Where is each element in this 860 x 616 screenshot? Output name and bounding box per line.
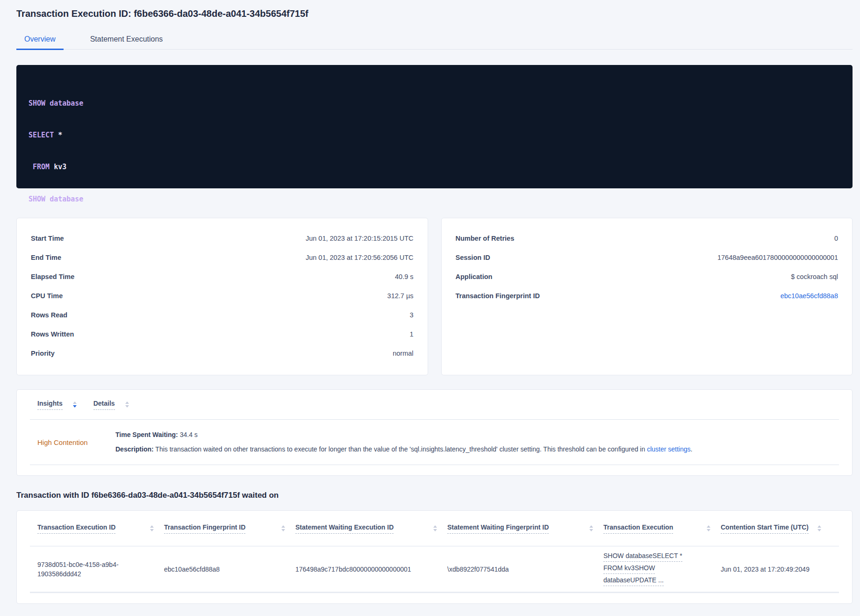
cell-stmt-waiting-fingerprint-id: \xdb8922f077541dda xyxy=(447,565,603,574)
details-column-header[interactable]: Details xyxy=(93,400,115,410)
statement-preview-link[interactable]: SHOW databaseSELECT * xyxy=(603,551,682,562)
column-header-cell: Transaction Fingerprint ID xyxy=(164,523,295,534)
transaction-fingerprint-link[interactable]: ebc10ae56cfd88a8 xyxy=(781,292,838,300)
sort-up-icon xyxy=(125,401,129,404)
sort-icon[interactable] xyxy=(150,525,154,531)
column-header-cell: Transaction Execution ID xyxy=(37,523,164,534)
detail-label: End Time xyxy=(31,254,61,261)
detail-label: CPU Time xyxy=(31,292,63,300)
detail-label: Number of Retries xyxy=(456,235,515,242)
waited-on-heading: Transaction with ID f6be6366-da03-48de-a… xyxy=(16,491,853,500)
timing-panel: Start TimeJun 01, 2023 at 17:20:15:2015 … xyxy=(16,218,428,375)
detail-label: Elapsed Time xyxy=(31,273,74,280)
detail-value: Jun 01, 2023 at 17:20:15:2015 UTC xyxy=(306,235,414,242)
sql-line: FROM kv3 xyxy=(29,162,840,172)
detail-value: $ cockroach sql xyxy=(791,273,838,280)
cell-contention-start-time: Jun 01, 2023 at 17:20:49:2049 xyxy=(721,565,831,574)
column-header-txn-execution[interactable]: Transaction Execution xyxy=(603,523,673,534)
detail-row: Rows Read3 xyxy=(31,305,414,324)
insights-table-header: Insights Details xyxy=(30,390,839,420)
statement-preview-link[interactable]: databaseUPDATE ... xyxy=(603,575,664,586)
sort-down-icon xyxy=(73,405,77,408)
insight-row: High Contention Time Spent Waiting: 34.4… xyxy=(30,420,839,465)
insights-column-header[interactable]: Insights xyxy=(37,400,63,410)
tab-overview[interactable]: Overview xyxy=(16,30,64,50)
page-title: Transaction Execution ID: f6be6366-da03-… xyxy=(16,0,853,19)
detail-row: Number of Retries0 xyxy=(456,229,838,248)
cell-txn-execution-id: 9738d051-bc0e-4158-a9b4-1903586ddd42 xyxy=(37,560,164,579)
insight-description: Description: This transaction waited on … xyxy=(115,442,692,457)
summary-panels: Start TimeJun 01, 2023 at 17:20:15:2015 … xyxy=(16,218,853,375)
detail-value: Jun 01, 2023 at 17:20:56:2056 UTC xyxy=(306,254,414,261)
session-panel: Number of Retries0 Session ID17648a9eea6… xyxy=(441,218,853,375)
detail-row: CPU Time312.7 µs xyxy=(31,286,414,305)
detail-value: 17648a9eea6017800000000000000001 xyxy=(717,254,838,261)
column-header-stmt-waiting-execution-id[interactable]: Statement Waiting Execution ID xyxy=(295,523,394,534)
insight-type-badge: High Contention xyxy=(37,438,115,446)
detail-row: Start TimeJun 01, 2023 at 17:20:15:2015 … xyxy=(31,229,414,248)
sort-up-icon xyxy=(150,525,154,528)
detail-label: Rows Written xyxy=(31,330,74,338)
column-header-cell: Transaction Execution xyxy=(603,523,721,534)
transaction-details-page: Transaction Execution ID: f6be6366-da03-… xyxy=(0,0,860,604)
table-row: 9738d051-bc0e-4158-a9b4-1903586ddd42 ebc… xyxy=(30,546,839,593)
sql-line: SHOW database xyxy=(29,98,840,109)
column-header-stmt-waiting-fingerprint-id[interactable]: Statement Waiting Fingerprint ID xyxy=(447,523,549,534)
sort-down-icon xyxy=(707,529,710,531)
detail-label: Session ID xyxy=(456,254,490,261)
statement-preview-link[interactable]: FROM kv3SHOW xyxy=(603,563,655,574)
time-spent-waiting: Time Spent Waiting: 34.4 s xyxy=(115,428,692,442)
sort-icon[interactable] xyxy=(281,525,285,531)
sort-down-icon xyxy=(589,529,593,531)
sql-line: SHOW database xyxy=(29,194,840,205)
detail-value: 0 xyxy=(834,235,838,242)
sort-up-icon xyxy=(433,525,437,528)
sort-up-icon xyxy=(73,401,77,404)
tab-bar: Overview Statement Executions xyxy=(16,30,853,50)
detail-label: Transaction Fingerprint ID xyxy=(456,292,540,300)
column-header-txn-fingerprint-id[interactable]: Transaction Fingerprint ID xyxy=(164,523,245,534)
column-header-cell: Statement Waiting Execution ID xyxy=(295,523,447,534)
detail-value: normal xyxy=(393,350,413,357)
detail-row: End TimeJun 01, 2023 at 17:20:56:2056 UT… xyxy=(31,248,414,267)
detail-label: Application xyxy=(456,273,493,280)
detail-row: Transaction Fingerprint IDebc10ae56cfd88… xyxy=(456,286,838,305)
cell-stmt-waiting-execution-id: 176498a9c717bdc80000000000000001 xyxy=(295,565,447,574)
column-header-contention-start-time[interactable]: Contention Start Time (UTC) xyxy=(721,523,809,534)
sort-icon[interactable] xyxy=(125,401,129,408)
sort-down-icon xyxy=(150,529,154,531)
sort-down-icon xyxy=(817,529,821,531)
sort-up-icon xyxy=(281,525,285,528)
detail-value: 3 xyxy=(409,311,413,319)
insight-details: Time Spent Waiting: 34.4 s Description: … xyxy=(115,428,692,457)
detail-value: 40.9 s xyxy=(395,273,414,280)
sort-icon[interactable] xyxy=(817,525,821,531)
cluster-settings-link[interactable]: cluster settings xyxy=(647,445,690,453)
sort-up-icon xyxy=(707,525,710,528)
sort-down-icon xyxy=(281,529,285,531)
waited-on-table: Transaction Execution ID Transaction Fin… xyxy=(16,510,853,604)
detail-row: Elapsed Time40.9 s xyxy=(31,267,414,286)
sort-icon[interactable] xyxy=(433,525,437,531)
detail-label: Start Time xyxy=(31,235,64,242)
insights-table: Insights Details High Contention Time Sp… xyxy=(16,389,853,476)
sql-statement-box: SHOW database SELECT * FROM kv3 SHOW dat… xyxy=(16,65,853,188)
sort-up-icon xyxy=(817,525,821,528)
detail-label: Rows Read xyxy=(31,311,67,319)
sort-icon[interactable] xyxy=(589,525,593,531)
column-header-cell: Contention Start Time (UTC) xyxy=(721,523,831,534)
column-header-cell: Statement Waiting Fingerprint ID xyxy=(447,523,603,534)
tab-statement-executions[interactable]: Statement Executions xyxy=(82,30,171,50)
detail-row: Session ID17648a9eea60178000000000000000… xyxy=(456,248,838,267)
sql-line: SELECT * xyxy=(29,130,840,141)
sort-icon[interactable] xyxy=(73,401,77,408)
detail-value: 312.7 µs xyxy=(387,292,414,300)
cell-txn-execution-statement: SHOW databaseSELECT * FROM kv3SHOW datab… xyxy=(603,551,721,587)
sort-down-icon xyxy=(433,529,437,531)
detail-row: Application$ cockroach sql xyxy=(456,267,838,286)
sort-up-icon xyxy=(589,525,593,528)
column-header-txn-execution-id[interactable]: Transaction Execution ID xyxy=(37,523,115,534)
sort-icon[interactable] xyxy=(707,525,710,531)
cell-txn-fingerprint-id: ebc10ae56cfd88a8 xyxy=(164,565,295,574)
sort-down-icon xyxy=(125,405,129,408)
